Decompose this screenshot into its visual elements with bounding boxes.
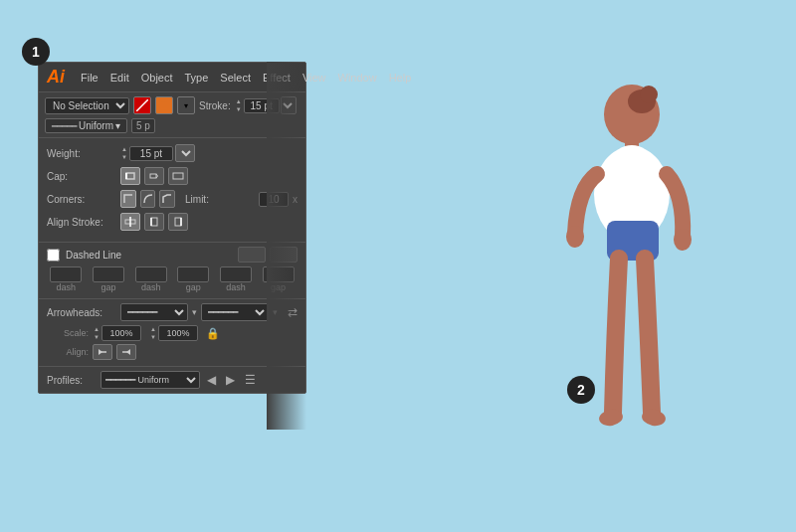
menu-effect[interactable]: Effect — [263, 72, 291, 84]
arrow-dropdown-1[interactable]: ▾ — [192, 307, 197, 317]
stroke-unit-dropdown[interactable]: pt — [281, 96, 297, 114]
align-right-btn[interactable] — [116, 344, 136, 360]
profiles-select[interactable]: ━━━━━━ Uniform — [100, 371, 200, 389]
dashed-checkbox[interactable] — [47, 249, 60, 262]
dash-3-input[interactable] — [220, 266, 252, 282]
gap-3-input[interactable] — [263, 266, 295, 282]
align-row: Align: — [47, 344, 298, 360]
scale2-up[interactable]: ▲ — [150, 325, 156, 333]
scale-row: Scale: ▲ ▼ ▲ ▼ 🔒 — [47, 325, 298, 341]
scale1-up[interactable]: ▲ — [94, 325, 100, 333]
menu-help[interactable]: Help — [389, 72, 412, 84]
dashed-style-buttons — [238, 247, 298, 263]
dashed-style-2[interactable] — [270, 247, 298, 263]
stroke-up-arrow[interactable]: ▲ — [236, 97, 242, 105]
arrowheads-section: Arrowheads: ━━━━━━ ▾ ━━━━━━ ▾ ⇄ Scale: ▲… — [39, 298, 305, 366]
svg-rect-6 — [173, 173, 183, 179]
cap-butt-btn[interactable] — [120, 167, 140, 185]
dash-gap-row: dash gap dash gap dash gap — [47, 266, 298, 292]
dashed-section: Dashed Line dash gap dash gap — [39, 242, 305, 298]
gap-3-group: gap — [263, 266, 295, 292]
svg-marker-14 — [99, 349, 102, 355]
dashed-label: Dashed Line — [66, 250, 121, 261]
cap-square-btn[interactable] — [168, 167, 188, 185]
weight-down-arrow[interactable]: ▼ — [121, 153, 127, 161]
weight-row: Weight: ▲ ▼ ▾ — [47, 144, 298, 162]
corner-round-btn[interactable] — [140, 190, 156, 208]
svg-rect-5 — [150, 174, 156, 178]
opacity-display: 5 p — [131, 118, 155, 133]
arrowhead-start-select[interactable]: ━━━━━━ — [120, 303, 188, 321]
selection-dropdown[interactable]: No Selection — [45, 97, 129, 114]
menu-select[interactable]: Select — [220, 72, 251, 84]
cap-round-btn[interactable] — [144, 167, 164, 185]
gap-2-group: gap — [177, 266, 209, 292]
step-2-indicator: 2 — [567, 376, 595, 404]
align-label: Align: — [47, 347, 89, 357]
corner-bevel-btn[interactable] — [159, 190, 175, 208]
menu-view[interactable]: View — [302, 72, 326, 84]
character-svg — [547, 60, 706, 487]
menu-type[interactable]: Type — [185, 72, 209, 84]
menu-object[interactable]: Object — [141, 72, 173, 84]
weight-input[interactable] — [129, 146, 173, 161]
dash-2-input[interactable] — [135, 266, 167, 282]
svg-rect-11 — [175, 218, 181, 226]
align-center-btn[interactable] — [120, 213, 140, 231]
stroke-color-icon[interactable] — [155, 96, 173, 114]
arrowhead-end-select[interactable]: ━━━━━━ — [201, 303, 269, 321]
align-inside-btn[interactable] — [144, 213, 164, 231]
profiles-section: Profiles: ━━━━━━ Uniform ◀ ▶ ☰ — [39, 366, 305, 393]
stroke-panel: Weight: ▲ ▼ ▾ Cap: — [39, 138, 305, 242]
profile-prev-btn[interactable]: ◀ — [204, 372, 219, 388]
profiles-label: Profiles: — [47, 375, 97, 386]
dash-1-input[interactable] — [50, 266, 82, 282]
character-illustration — [547, 60, 706, 487]
swap-icon[interactable]: ▾ — [177, 96, 195, 114]
svg-point-19 — [640, 86, 658, 103]
scale2-input[interactable] — [158, 325, 198, 341]
svg-point-22 — [614, 145, 650, 173]
scale1-input[interactable] — [101, 325, 141, 341]
cap-row: Cap: — [47, 167, 298, 185]
gap-3-label: gap — [263, 282, 295, 292]
menu-window[interactable]: Window — [338, 72, 377, 84]
scale-lock-icon[interactable]: 🔒 — [206, 327, 220, 340]
dashed-style-1[interactable] — [238, 247, 266, 263]
weight-label: Weight: — [47, 148, 116, 159]
align-stroke-row: Align Stroke: — [47, 213, 298, 231]
corners-row: Corners: Limit: x — [47, 190, 298, 208]
stroke-value-input[interactable] — [244, 98, 280, 113]
weight-unit-dropdown[interactable]: ▾ — [175, 144, 195, 162]
profile-next-btn[interactable]: ▶ — [223, 372, 238, 388]
scale1-down[interactable]: ▼ — [94, 333, 100, 341]
fill-icon[interactable] — [133, 96, 151, 114]
gap-2-input[interactable] — [177, 266, 209, 282]
dash-2-group: dash — [135, 266, 167, 292]
limit-input[interactable] — [259, 192, 289, 207]
arrow-dropdown-2[interactable]: ▾ — [273, 307, 278, 317]
stroke-down-arrow[interactable]: ▼ — [236, 105, 242, 113]
gap-2-label: gap — [177, 282, 209, 292]
menu-edit[interactable]: Edit — [110, 72, 129, 84]
menu-bar: Ai File Edit Object Type Select Effect V… — [39, 63, 305, 92]
uniform-dropdown[interactable]: ━━━━━ Uniform ▾ — [45, 118, 127, 133]
svg-rect-2 — [159, 100, 169, 110]
align-outside-btn[interactable] — [168, 213, 188, 231]
arrow-swap-icon[interactable]: ⇄ — [288, 305, 298, 319]
scale2-down[interactable]: ▼ — [150, 333, 156, 341]
svg-point-25 — [674, 229, 692, 251]
weight-up-arrow[interactable]: ▲ — [121, 145, 127, 153]
svg-rect-9 — [151, 218, 157, 226]
dash-1-group: dash — [50, 266, 82, 292]
menu-file[interactable]: File — [81, 72, 99, 84]
profile-options-btn[interactable]: ☰ — [242, 372, 259, 388]
svg-point-24 — [566, 226, 584, 248]
step-1-indicator: 1 — [22, 38, 50, 66]
limit-label: Limit: — [185, 194, 255, 205]
corner-miter-btn[interactable] — [120, 190, 136, 208]
gap-1-group: gap — [93, 266, 124, 292]
gap-1-input[interactable] — [93, 266, 124, 282]
arrowheads-label: Arrowheads: — [47, 307, 116, 318]
align-left-btn[interactable] — [93, 344, 112, 360]
